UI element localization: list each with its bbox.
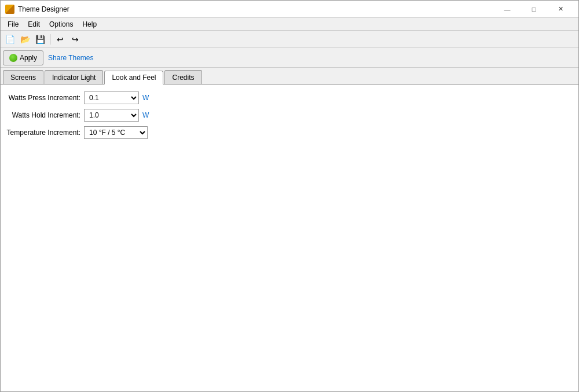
watts-hold-row: Watts Hold Increment: 0.1 0.5 1.0 2.0 5.… <box>5 109 574 122</box>
apply-icon <box>9 54 17 62</box>
apply-button[interactable]: Apply <box>3 50 43 65</box>
tab-indicator-light[interactable]: Indicator Light <box>45 70 103 84</box>
watts-press-label: Watts Press Increment: <box>5 94 80 102</box>
menu-file[interactable]: File <box>3 18 23 30</box>
main-content: Watts Press Increment: 0.1 0.5 1.0 2.0 5… <box>1 85 578 391</box>
tab-screens[interactable]: Screens <box>3 70 43 84</box>
menu-help[interactable]: Help <box>78 18 101 30</box>
temperature-label: Temperature Increment: <box>5 129 80 137</box>
minimize-button[interactable]: — <box>494 1 521 18</box>
tab-credits[interactable]: Credits <box>164 70 201 84</box>
open-button[interactable]: 📂 <box>18 33 32 46</box>
title-bar: Theme Designer — □ ✕ <box>1 1 578 18</box>
app-icon <box>5 5 14 14</box>
watts-press-row: Watts Press Increment: 0.1 0.5 1.0 2.0 5… <box>5 91 574 104</box>
tabs-bar: Screens Indicator Light Look and Feel Cr… <box>1 68 578 85</box>
temperature-select[interactable]: 10 °F / 5 °C 5 °F / 2.5 °C 1 °F / 1 °C <box>84 126 148 139</box>
maximize-button[interactable]: □ <box>521 1 547 18</box>
close-button[interactable]: ✕ <box>547 1 574 18</box>
watts-press-unit[interactable]: W <box>142 94 149 102</box>
apply-label: Apply <box>20 54 37 62</box>
menu-bar: File Edit Options Help <box>1 18 578 31</box>
watts-hold-unit[interactable]: W <box>142 111 149 119</box>
temperature-row: Temperature Increment: 10 °F / 5 °C 5 °F… <box>5 126 574 139</box>
undo-button[interactable]: ↩ <box>53 33 67 46</box>
watts-hold-label: Watts Hold Increment: <box>5 111 80 119</box>
toolbar-separator <box>50 34 50 45</box>
menu-edit[interactable]: Edit <box>23 18 45 30</box>
window-title: Theme Designer <box>18 5 494 13</box>
apply-bar: Apply Share Themes <box>1 48 578 68</box>
toolbar: 📄 📂 💾 ↩ ↪ <box>1 31 578 48</box>
new-button[interactable]: 📄 <box>3 33 17 46</box>
tab-look-and-feel[interactable]: Look and Feel <box>104 71 163 85</box>
watts-press-select[interactable]: 0.1 0.5 1.0 2.0 5.0 <box>84 91 139 104</box>
redo-button[interactable]: ↪ <box>68 33 82 46</box>
watts-hold-select[interactable]: 0.1 0.5 1.0 2.0 5.0 <box>84 109 139 122</box>
save-button[interactable]: 💾 <box>33 33 47 46</box>
window-controls: — □ ✕ <box>494 1 574 18</box>
menu-options[interactable]: Options <box>45 18 78 30</box>
main-window: Theme Designer — □ ✕ File Edit Options H… <box>0 0 579 392</box>
share-themes-link[interactable]: Share Themes <box>48 54 94 62</box>
